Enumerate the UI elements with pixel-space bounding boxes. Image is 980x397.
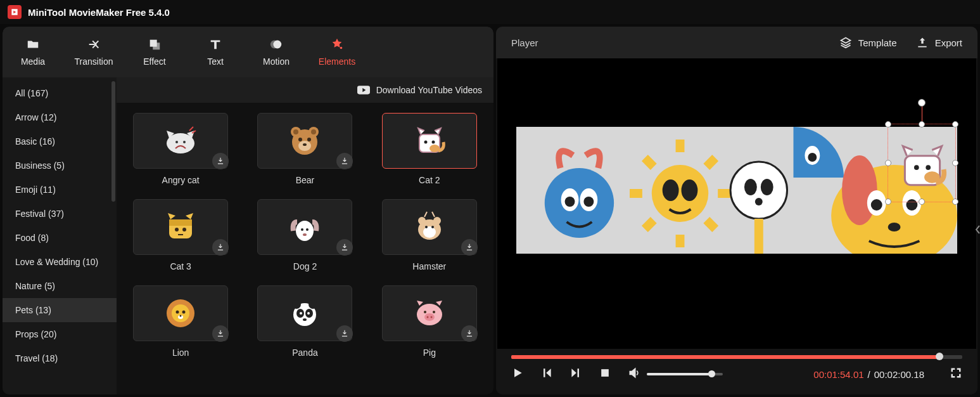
gallery-item-lion[interactable]: Lion bbox=[127, 285, 234, 358]
sidebar-item-nature[interactable]: Nature (5) bbox=[3, 274, 117, 298]
gallery-thumb[interactable] bbox=[257, 199, 352, 255]
tab-transition-label: Transition bbox=[75, 56, 113, 67]
angry-cat-icon bbox=[163, 122, 198, 160]
gallery-thumb[interactable] bbox=[382, 285, 477, 341]
download-icon[interactable] bbox=[336, 153, 353, 169]
svg-point-24 bbox=[744, 179, 757, 195]
canvas-selection-box[interactable] bbox=[888, 124, 956, 202]
rotation-handle[interactable] bbox=[918, 99, 926, 107]
svg-point-29 bbox=[808, 153, 817, 162]
resize-handle-se[interactable] bbox=[952, 198, 958, 205]
resize-handle-w[interactable] bbox=[885, 160, 891, 166]
app-title: MiniTool MovieMaker Free 5.4.0 bbox=[28, 7, 170, 18]
download-icon[interactable] bbox=[212, 239, 229, 256]
stop-button[interactable] bbox=[599, 367, 611, 382]
sidebar-item-business[interactable]: Business (5) bbox=[3, 153, 117, 178]
expand-right-handle[interactable] bbox=[974, 217, 980, 242]
time-current: 00:01:54.01 bbox=[813, 369, 863, 380]
volume-handle[interactable] bbox=[708, 370, 715, 377]
svg-point-3 bbox=[270, 41, 279, 49]
gallery-item-angry-cat[interactable]: Angry cat bbox=[127, 113, 234, 185]
sidebar-item-emoji[interactable]: Emoji (11) bbox=[3, 178, 117, 202]
video-preview[interactable] bbox=[497, 58, 976, 349]
prev-button[interactable] bbox=[540, 367, 553, 382]
gallery-item-dog2[interactable]: Dog 2 bbox=[251, 199, 359, 271]
sidebar-item-pets[interactable]: Pets (13) bbox=[3, 298, 117, 322]
template-button[interactable]: Template bbox=[839, 36, 897, 49]
gallery-thumb[interactable] bbox=[133, 199, 228, 255]
resize-handle-e[interactable] bbox=[952, 160, 958, 166]
volume-button[interactable] bbox=[628, 367, 640, 382]
svg-line-17 bbox=[645, 158, 654, 167]
svg-point-10 bbox=[565, 197, 575, 207]
gallery-item-cat2[interactable]: Cat 2 bbox=[376, 113, 483, 185]
progress-track[interactable] bbox=[511, 355, 962, 359]
pig-icon bbox=[412, 294, 447, 332]
upload-icon bbox=[916, 36, 929, 49]
sidebar-scrollbar[interactable] bbox=[111, 81, 115, 202]
sidebar-item-travel[interactable]: Travel (18) bbox=[3, 346, 117, 370]
gallery-item-bear[interactable]: Bear bbox=[251, 113, 359, 185]
sidebar-item-love-wedding[interactable]: Love & Wedding (10) bbox=[3, 250, 117, 274]
svg-point-25 bbox=[761, 179, 773, 195]
gallery-item-label: Bear bbox=[296, 175, 315, 185]
sidebar-item-food[interactable]: Food (8) bbox=[3, 226, 117, 250]
tab-effect-label: Effect bbox=[143, 56, 166, 67]
svg-line-19 bbox=[706, 158, 715, 167]
gallery-thumb[interactable] bbox=[257, 113, 352, 169]
resize-handle-ne[interactable] bbox=[952, 121, 958, 127]
play-button[interactable] bbox=[511, 367, 524, 382]
resize-handle-nw[interactable] bbox=[885, 121, 891, 127]
next-button[interactable] bbox=[570, 367, 582, 382]
tab-text[interactable]: Text bbox=[185, 27, 246, 77]
volume-track[interactable] bbox=[647, 373, 723, 375]
download-youtube-link[interactable]: Download YouTube Videos bbox=[117, 77, 493, 103]
sidebar-item-festival[interactable]: Festival (37) bbox=[3, 202, 117, 226]
gallery-item-pig[interactable]: Pig bbox=[376, 285, 483, 358]
download-icon[interactable] bbox=[212, 153, 229, 169]
sidebar-item-props[interactable]: Props (20) bbox=[3, 322, 117, 346]
resize-handle-s[interactable] bbox=[919, 198, 925, 205]
canvas-element-cat2 bbox=[893, 129, 951, 198]
tab-transition[interactable]: Transition bbox=[63, 27, 124, 77]
tab-motion[interactable]: Motion bbox=[246, 27, 307, 77]
fullscreen-button[interactable] bbox=[950, 367, 962, 382]
volume-fill bbox=[647, 373, 711, 375]
svg-line-20 bbox=[645, 220, 654, 229]
tab-elements[interactable]: Elements bbox=[307, 27, 367, 77]
download-icon[interactable] bbox=[461, 325, 478, 342]
gallery-thumb[interactable] bbox=[382, 113, 477, 169]
download-icon[interactable] bbox=[212, 325, 229, 342]
svg-rect-27 bbox=[754, 219, 763, 254]
gallery-item-label: Pig bbox=[423, 348, 436, 358]
gallery-item-hamster[interactable]: Hamster bbox=[376, 199, 483, 271]
gallery-thumb[interactable] bbox=[133, 113, 228, 169]
time-separator: / bbox=[868, 369, 870, 380]
gallery-thumb[interactable] bbox=[257, 285, 352, 341]
download-icon[interactable] bbox=[336, 239, 353, 256]
svg-point-23 bbox=[730, 162, 787, 219]
svg-point-33 bbox=[871, 199, 882, 211]
download-icon[interactable] bbox=[336, 325, 353, 342]
gallery-item-panda[interactable]: Panda bbox=[251, 285, 359, 358]
sidebar-item-arrow[interactable]: Arrow (12) bbox=[3, 105, 117, 129]
progress-handle[interactable] bbox=[936, 353, 943, 360]
elements-gallery: Angry catBearCat 2Cat 3Dog 2HamsterLionP… bbox=[117, 103, 493, 394]
gallery-item-label: Angry cat bbox=[162, 175, 200, 185]
svg-point-21 bbox=[663, 179, 679, 201]
svg-point-39 bbox=[926, 165, 931, 170]
download-icon[interactable] bbox=[461, 239, 478, 256]
gallery-thumb[interactable] bbox=[382, 199, 477, 255]
resize-handle-n[interactable] bbox=[919, 121, 925, 127]
sidebar-item-all[interactable]: All (167) bbox=[3, 81, 117, 105]
gallery-item-label: Hamster bbox=[412, 261, 446, 271]
svg-point-38 bbox=[914, 165, 919, 170]
svg-rect-1 bbox=[153, 42, 160, 49]
export-button[interactable]: Export bbox=[916, 36, 962, 49]
tab-effect[interactable]: Effect bbox=[124, 27, 185, 77]
tab-media[interactable]: Media bbox=[3, 27, 63, 77]
sidebar-item-basic[interactable]: Basic (16) bbox=[3, 129, 117, 153]
gallery-thumb[interactable] bbox=[133, 285, 228, 341]
resize-handle-sw[interactable] bbox=[885, 198, 891, 205]
gallery-item-cat3[interactable]: Cat 3 bbox=[127, 199, 234, 271]
